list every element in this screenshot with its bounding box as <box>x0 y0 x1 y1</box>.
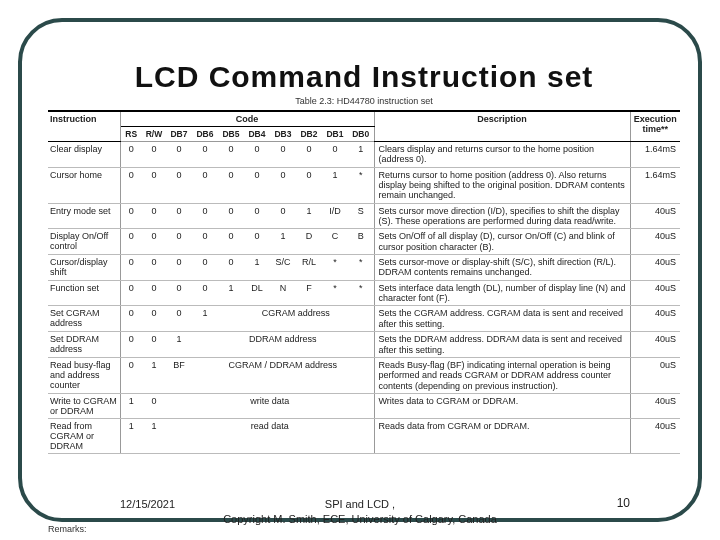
cell-instruction: Function set <box>48 280 120 306</box>
cell-bit: 1 <box>244 255 270 281</box>
table-row: Cursor/display shift000001S/CR/L**Sets c… <box>48 255 680 281</box>
table-row: Cursor home000000001*Returns cursor to h… <box>48 167 680 203</box>
table-row: Set DDRAM address001DDRAM addressSets th… <box>48 332 680 358</box>
cell-time: 40uS <box>630 203 680 229</box>
cell-time: 40uS <box>630 418 680 453</box>
cell-bit: 0 <box>322 142 348 168</box>
cell-bit: 0 <box>244 203 270 229</box>
header-bit: DB7 <box>166 127 192 142</box>
cell-bit: 0 <box>166 229 192 255</box>
table-row: Display On/Off control0000001DCBSets On/… <box>48 229 680 255</box>
header-code: Code <box>120 111 374 127</box>
cell-bit: 0 <box>270 203 296 229</box>
table-row: Function set00001DLNF**Sets interface da… <box>48 280 680 306</box>
cell-time: 1.64mS <box>630 167 680 203</box>
cell-bit: 0 <box>192 280 218 306</box>
cell-description: Sets On/Off of all display (D), cursor O… <box>374 229 630 255</box>
cell-bit: 0 <box>244 142 270 168</box>
header-bit: DB0 <box>348 127 374 142</box>
cell-instruction: Set DDRAM address <box>48 332 120 358</box>
cell-time: 40uS <box>630 229 680 255</box>
cell-bit: 1 <box>142 418 166 453</box>
cell-bit: 1 <box>120 418 142 453</box>
header-bit: DB3 <box>270 127 296 142</box>
cell-bit: 0 <box>244 167 270 203</box>
footer-center-2: Copyright M. Smith, ECE, University of C… <box>0 513 720 525</box>
cell-bit: 1 <box>166 332 192 358</box>
cell-description: Writes data to CGRAM or DDRAM. <box>374 393 630 418</box>
cell-bit: 0 <box>166 255 192 281</box>
cell-instruction: Read from CGRAM or DDRAM <box>48 418 120 453</box>
cell-bit: 0 <box>192 142 218 168</box>
cell-bit: C <box>322 229 348 255</box>
cell-bit: 0 <box>218 167 244 203</box>
cell-bit: 0 <box>142 142 166 168</box>
cell-bit: 0 <box>192 203 218 229</box>
cell-description: Reads data from CGRAM or DDRAM. <box>374 418 630 453</box>
cell-instruction: Read busy-flag and address counter <box>48 357 120 393</box>
cell-time: 40uS <box>630 255 680 281</box>
cell-bit: 1 <box>296 203 322 229</box>
cell-instruction: Clear display <box>48 142 120 168</box>
cell-bit: 0 <box>296 167 322 203</box>
cell-description: Sets cursor move direction (I/D), specif… <box>374 203 630 229</box>
cell-instruction: Cursor/display shift <box>48 255 120 281</box>
header-bit: RS <box>120 127 142 142</box>
cell-bit: 0 <box>166 203 192 229</box>
table-row: Read busy-flag and address counter01BFCG… <box>48 357 680 393</box>
cell-bit: * <box>348 167 374 203</box>
cell-instruction: Entry mode set <box>48 203 120 229</box>
header-instruction: Instruction <box>48 111 120 142</box>
cell-bit: 0 <box>296 142 322 168</box>
cell-bit: 1 <box>142 357 166 393</box>
table-row: Write to CGRAM or DDRAM10write dataWrite… <box>48 393 680 418</box>
cell-instruction: Display On/Off control <box>48 229 120 255</box>
cell-bit: * <box>348 255 374 281</box>
cell-time: 0uS <box>630 357 680 393</box>
cell-bit: 0 <box>244 229 270 255</box>
cell-bit: * <box>322 255 348 281</box>
cell-bit: 0 <box>166 306 192 332</box>
cell-bit: 0 <box>120 357 142 393</box>
slide-content: LCD Command Instruction set Table 2.3: H… <box>48 60 680 454</box>
cell-bit: 0 <box>270 142 296 168</box>
table-row: Set CGRAM address0001CGRAM addressSets t… <box>48 306 680 332</box>
cell-bit: 0 <box>218 203 244 229</box>
header-bit: DB2 <box>296 127 322 142</box>
cell-instruction: Cursor home <box>48 167 120 203</box>
instruction-table: Instruction Code Description Execution t… <box>48 110 680 454</box>
cell-bit: DL <box>244 280 270 306</box>
remarks-label: Remarks: <box>48 524 87 534</box>
cell-bit: 0 <box>120 332 142 358</box>
cell-description: Sets the DDRAM address. DDRAM data is se… <box>374 332 630 358</box>
header-bit: DB6 <box>192 127 218 142</box>
cell-bit-span: write data <box>166 393 374 418</box>
header-bit: DB5 <box>218 127 244 142</box>
cell-bit: 0 <box>218 229 244 255</box>
cell-bit: 0 <box>142 167 166 203</box>
cell-description: Reads Busy-flag (BF) indicating internal… <box>374 357 630 393</box>
cell-bit: 0 <box>120 306 142 332</box>
cell-bit: 0 <box>192 167 218 203</box>
cell-bit: 1 <box>218 280 244 306</box>
cell-bit: 0 <box>142 255 166 281</box>
cell-description: Clears display and returns cursor to the… <box>374 142 630 168</box>
header-bit: DB1 <box>322 127 348 142</box>
cell-bit: 1 <box>192 306 218 332</box>
cell-bit-span: DDRAM address <box>192 332 374 358</box>
cell-bit: 1 <box>348 142 374 168</box>
cell-time: 40uS <box>630 332 680 358</box>
cell-bit: R/L <box>296 255 322 281</box>
cell-bit: 0 <box>120 142 142 168</box>
footer-center-1: SPI and LCD , <box>0 498 720 510</box>
cell-time: 40uS <box>630 393 680 418</box>
cell-bit: 0 <box>120 255 142 281</box>
cell-bit: 0 <box>218 255 244 281</box>
cell-bit: 0 <box>120 229 142 255</box>
header-bit: R/W <box>142 127 166 142</box>
cell-instruction: Write to CGRAM or DDRAM <box>48 393 120 418</box>
table-caption: Table 2.3: HD44780 instruction set <box>48 96 680 106</box>
table-header-top: Instruction Code Description Execution t… <box>48 111 680 127</box>
cell-bit: 0 <box>120 167 142 203</box>
cell-bit: I/D <box>322 203 348 229</box>
